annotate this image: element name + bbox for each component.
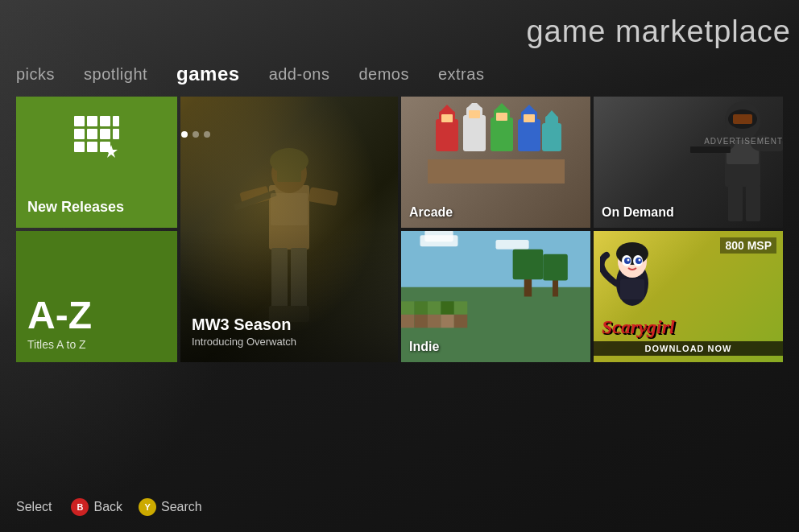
nav-bar: picks spotlight games add-ons demos extr… (16, 63, 484, 85)
svg-rect-67 (414, 315, 427, 328)
nav-demos[interactable]: demos (358, 65, 409, 84)
svg-rect-32 (469, 110, 480, 118)
svg-rect-84 (620, 279, 644, 299)
select-label: Select (16, 500, 52, 514)
svg-marker-31 (466, 103, 482, 109)
content-area: New Releases A-Z Titles A to Z (16, 97, 783, 362)
mw3-info: MW3 Season Introducing Overwatch (192, 315, 296, 348)
scary-girl-character (600, 239, 664, 320)
indie-label: Indie (409, 340, 439, 354)
tile-az[interactable]: A-Z Titles A to Z (16, 231, 177, 362)
tile-mw3[interactable]: MW3 Season Introducing Overwatch (180, 97, 398, 362)
scary-girl-title: Scarygirl (602, 316, 675, 338)
svg-marker-27 (439, 105, 455, 113)
svg-rect-4 (74, 129, 85, 139)
svg-rect-46 (733, 114, 752, 124)
svg-rect-55 (746, 185, 760, 221)
tile-indie[interactable]: Indie (401, 231, 590, 362)
svg-rect-54 (728, 185, 743, 221)
svg-rect-70 (454, 315, 467, 328)
svg-rect-69 (441, 315, 453, 328)
svg-rect-28 (441, 114, 453, 122)
svg-rect-1 (87, 116, 97, 126)
svg-rect-65 (454, 301, 467, 314)
tile-scary-girl[interactable]: 800 MSP (594, 231, 783, 362)
carousel-dots (181, 131, 210, 138)
left-column: New Releases A-Z Titles A to Z (16, 97, 177, 362)
svg-point-82 (627, 259, 630, 262)
svg-rect-42 (545, 116, 558, 129)
nav-picks[interactable]: picks (16, 65, 55, 84)
svg-point-83 (639, 259, 641, 262)
mw3-subtitle: Introducing Overwatch (192, 336, 296, 348)
svg-marker-43 (545, 110, 558, 118)
back-label: Back (93, 500, 122, 514)
svg-rect-63 (428, 301, 441, 314)
nav-extras[interactable]: extras (438, 65, 484, 84)
svg-rect-59 (496, 240, 529, 250)
search-label: Search (161, 500, 202, 514)
svg-rect-58 (424, 231, 453, 241)
svg-rect-6 (100, 129, 110, 139)
svg-rect-3 (113, 116, 119, 126)
svg-rect-40 (524, 114, 535, 122)
dot-1 (181, 131, 188, 138)
svg-marker-35 (494, 103, 510, 111)
nav-spotlight[interactable]: spotlight (84, 65, 147, 84)
svg-rect-0 (74, 116, 85, 126)
svg-marker-39 (521, 105, 537, 113)
az-sub-label: Titles A to Z (27, 338, 86, 351)
msp-badge: 800 MSP (720, 237, 776, 254)
back-action[interactable]: B Back (71, 498, 122, 516)
b-button[interactable]: B (71, 498, 89, 516)
svg-rect-66 (401, 315, 414, 328)
svg-rect-68 (428, 315, 441, 328)
svg-rect-36 (496, 113, 507, 121)
svg-rect-53 (690, 146, 731, 153)
dot-2 (193, 131, 199, 138)
svg-rect-7 (113, 129, 119, 139)
tile-new-releases[interactable]: New Releases (16, 97, 177, 228)
scary-download-banner[interactable]: DOWNLOAD NOW (594, 341, 783, 356)
nav-addons[interactable]: add-ons (269, 65, 330, 84)
svg-rect-64 (441, 301, 453, 314)
svg-rect-61 (401, 301, 414, 314)
bottom-bar: Select B Back Y Search (16, 498, 202, 516)
new-releases-label: New Releases (27, 199, 124, 217)
page-title: game marketplace (526, 14, 791, 49)
tile-on-demand[interactable]: On Demand (594, 97, 783, 228)
dot-3 (204, 131, 210, 138)
nav-games[interactable]: games (176, 63, 240, 85)
svg-point-77 (616, 242, 648, 265)
advertisement-label: ADVERTISEMENT (704, 137, 783, 146)
svg-rect-5 (87, 129, 97, 139)
svg-rect-8 (74, 142, 85, 152)
mw3-title: MW3 Season (192, 315, 296, 334)
svg-rect-72 (513, 250, 544, 280)
svg-rect-62 (414, 301, 427, 314)
svg-rect-9 (87, 142, 97, 152)
search-action[interactable]: Y Search (139, 498, 202, 516)
svg-rect-2 (100, 116, 110, 126)
tile-arcade[interactable]: Arcade (401, 97, 590, 228)
arcade-characters (428, 103, 565, 184)
svg-rect-74 (543, 254, 568, 281)
arcade-label: Arcade (409, 205, 453, 220)
y-button[interactable]: Y (139, 498, 156, 516)
grid-icon (71, 113, 122, 167)
svg-rect-24 (428, 159, 565, 184)
on-demand-soldier (686, 97, 783, 225)
on-demand-label: On Demand (602, 205, 674, 220)
az-main-text: A-Z (27, 296, 92, 335)
